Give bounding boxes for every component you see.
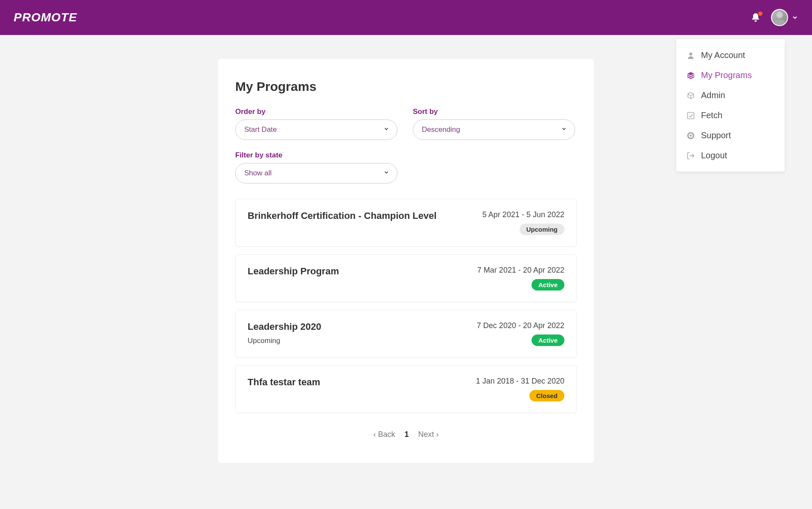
user-menu-item-label: Logout — [701, 151, 727, 160]
status-badge: Closed — [529, 390, 564, 401]
program-dates: 5 Apr 2021 - 5 Jun 2022 — [482, 210, 564, 219]
program-card-right: 7 Dec 2020 - 20 Apr 2022Active — [477, 321, 564, 346]
status-badge: Active — [532, 334, 564, 346]
app-header: PROMOTE — [0, 0, 812, 35]
user-menu-toggle[interactable] — [771, 9, 798, 26]
notifications-button[interactable] — [751, 12, 761, 23]
user-menu-item-support[interactable]: Support — [676, 125, 785, 145]
order-by-label: Order by — [235, 108, 397, 116]
status-badge: Active — [532, 279, 564, 291]
filter-state-value: Show all — [244, 169, 272, 177]
program-subtitle: Upcoming — [248, 337, 321, 345]
user-menu-item-admin[interactable]: Admin — [676, 85, 785, 105]
main-panel: My Programs Order by Start Date Sort by … — [218, 59, 594, 463]
svg-rect-2 — [688, 112, 694, 119]
user-menu-item-my-programs[interactable]: My Programs — [676, 65, 785, 85]
program-card-left: Leadership Program — [248, 266, 339, 291]
user-icon — [686, 51, 695, 60]
user-menu-item-fetch[interactable]: Fetch — [676, 105, 785, 125]
order-by-group: Order by Start Date — [235, 108, 397, 140]
sort-by-select[interactable]: Descending — [413, 119, 575, 140]
user-dropdown: My AccountMy ProgramsAdminFetchSupportLo… — [676, 39, 785, 172]
program-card[interactable]: Brinkerhoff Certification - Champion Lev… — [235, 199, 577, 247]
user-menu-item-my-account[interactable]: My Account — [676, 45, 785, 65]
svg-point-0 — [777, 12, 783, 18]
sort-by-label: Sort by — [413, 108, 575, 116]
user-menu-item-label: Fetch — [701, 111, 722, 120]
filters-row-1: Order by Start Date Sort by Descending — [235, 108, 577, 140]
filter-state-select[interactable]: Show all — [235, 163, 397, 183]
svg-point-1 — [689, 52, 692, 55]
pagination: ‹ Back 1 Next › — [235, 430, 577, 439]
program-card-left: Thfa testar team — [248, 377, 320, 401]
user-menu-item-label: Admin — [701, 90, 725, 100]
chevron-down-icon — [383, 169, 389, 177]
program-title: Leadership 2020 — [248, 321, 321, 332]
program-title: Thfa testar team — [248, 377, 320, 388]
notification-dot — [758, 12, 762, 16]
chevron-down-icon — [792, 14, 798, 21]
user-menu-item-label: My Account — [701, 50, 745, 60]
program-title: Brinkerhoff Certification - Champion Lev… — [248, 210, 437, 221]
cube-icon — [686, 91, 695, 100]
order-by-select[interactable]: Start Date — [235, 119, 397, 140]
logout-icon — [686, 151, 695, 160]
program-title: Leadership Program — [248, 266, 339, 277]
pagination-back[interactable]: ‹ Back — [373, 430, 395, 439]
header-right — [751, 9, 798, 26]
program-card[interactable]: Thfa testar team1 Jan 2018 - 31 Dec 2020… — [235, 365, 577, 413]
sort-by-group: Sort by Descending — [413, 108, 575, 140]
avatar — [771, 9, 788, 26]
check-icon — [686, 111, 695, 120]
filter-state-label: Filter by state — [235, 151, 397, 160]
pagination-current: 1 — [404, 430, 409, 439]
user-menu-item-label: Support — [701, 131, 731, 140]
program-dates: 1 Jan 2018 - 31 Dec 2020 — [476, 377, 564, 386]
program-card-right: 1 Jan 2018 - 31 Dec 2020Closed — [476, 377, 564, 401]
order-by-value: Start Date — [244, 125, 277, 134]
program-dates: 7 Mar 2021 - 20 Apr 2022 — [477, 266, 564, 275]
logo[interactable]: PROMOTE — [14, 11, 77, 24]
program-card[interactable]: Leadership 2020Upcoming7 Dec 2020 - 20 A… — [235, 310, 577, 358]
filter-state-group: Filter by state Show all — [235, 151, 397, 183]
program-list: Brinkerhoff Certification - Champion Lev… — [235, 199, 577, 413]
chevron-down-icon — [383, 125, 389, 134]
chevron-down-icon — [561, 125, 567, 134]
sort-by-value: Descending — [422, 125, 460, 134]
program-card-left: Brinkerhoff Certification - Champion Lev… — [248, 210, 437, 235]
page-title: My Programs — [235, 79, 577, 94]
program-card-left: Leadership 2020Upcoming — [248, 321, 321, 346]
filters-row-2: Filter by state Show all — [235, 151, 577, 183]
user-menu-item-label: My Programs — [701, 70, 752, 80]
lifebuoy-icon — [686, 131, 695, 140]
program-card-right: 7 Mar 2021 - 20 Apr 2022Active — [477, 266, 564, 291]
program-dates: 7 Dec 2020 - 20 Apr 2022 — [477, 321, 564, 330]
status-badge: Upcoming — [520, 224, 564, 235]
pagination-next[interactable]: Next › — [418, 430, 439, 439]
program-card[interactable]: Leadership Program7 Mar 2021 - 20 Apr 20… — [235, 254, 577, 302]
layers-icon — [686, 71, 695, 80]
user-menu-item-logout[interactable]: Logout — [676, 145, 785, 166]
program-card-right: 5 Apr 2021 - 5 Jun 2022Upcoming — [482, 210, 564, 235]
